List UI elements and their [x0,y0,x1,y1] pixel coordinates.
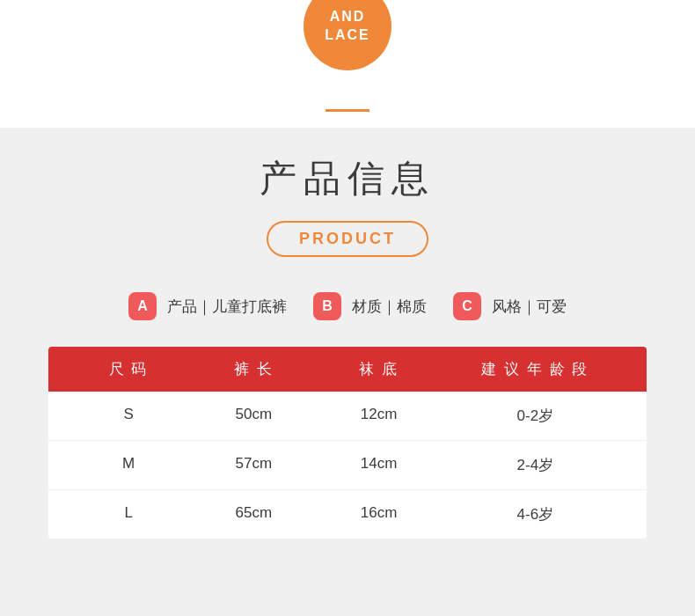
cell-length-s: 50cm [191,406,316,426]
cell-sole-l: 16cm [316,504,441,524]
table-body: S 50cm 12cm 0-2岁 M 57cm 14cm 2-4岁 L 65cm… [48,392,647,539]
divider-line [326,109,369,112]
table-row: L 65cm 16cm 4-6岁 [48,490,647,539]
top-section: AND LACE [0,0,695,128]
badge-a: A [128,292,157,320]
attribute-item-b: B 材质｜棉质 [313,292,427,320]
table-row: M 57cm 14cm 2-4岁 [48,441,647,490]
section-title-chinese: 产品信息 [260,154,435,203]
logo-text: AND LACE [325,8,370,45]
logo-circle: AND LACE [304,0,391,70]
table-header: 尺 码 裤 长 袜 底 建 议 年 龄 段 [48,347,647,392]
col-header-length: 裤 长 [191,359,316,379]
attribute-item-a: A 产品｜儿童打底裤 [128,292,287,320]
cell-age-l: 4-6岁 [442,504,629,524]
cell-length-l: 65cm [191,504,316,524]
cell-sole-m: 14cm [316,455,441,475]
col-header-sole: 袜 底 [316,359,441,379]
col-header-age: 建 议 年 龄 段 [442,359,629,379]
table-row: S 50cm 12cm 0-2岁 [48,392,647,441]
col-header-size: 尺 码 [66,359,191,379]
cell-age-s: 0-2岁 [442,406,629,426]
badge-c: C [453,292,481,320]
cell-sole-s: 12cm [316,406,441,426]
attr-label-c: 风格｜可爱 [492,297,567,317]
product-badge: PRODUCT [267,221,428,257]
main-section: 产品信息 PRODUCT A 产品｜儿童打底裤 B 材质｜棉质 C 风格｜可爱 … [0,128,695,616]
cell-size-l: L [66,504,191,524]
cell-size-m: M [66,455,191,475]
attr-label-a: 产品｜儿童打底裤 [167,297,287,317]
attributes-row: A 产品｜儿童打底裤 B 材质｜棉质 C 风格｜可爱 [35,292,660,320]
attr-label-b: 材质｜棉质 [352,297,427,317]
attribute-item-c: C 风格｜可爱 [453,292,567,320]
cell-size-s: S [66,406,191,426]
cell-length-m: 57cm [191,455,316,475]
badge-b: B [313,292,341,320]
product-table: 尺 码 裤 长 袜 底 建 议 年 龄 段 S 50cm 12cm 0-2岁 M… [48,347,647,539]
cell-age-m: 2-4岁 [442,455,629,475]
